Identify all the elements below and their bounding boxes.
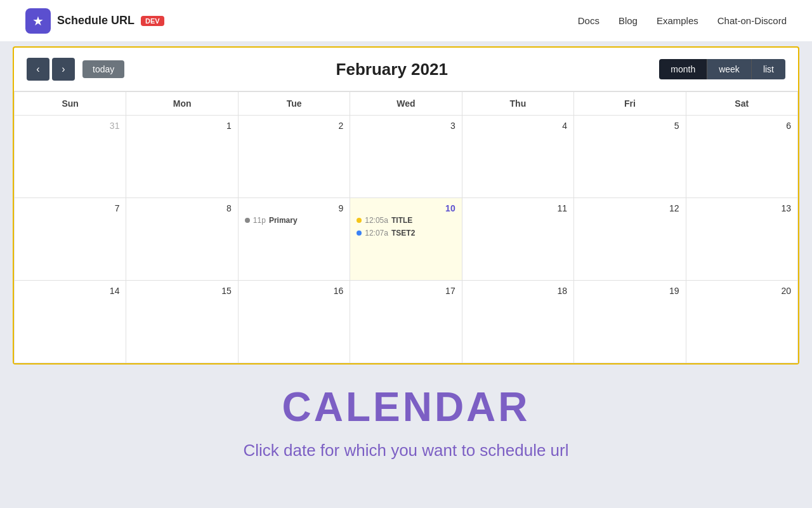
week-view-button[interactable]: week bbox=[707, 59, 752, 79]
calendar-day[interactable]: 12 bbox=[574, 198, 686, 281]
day-number: 13 bbox=[690, 202, 794, 215]
day-number: 6 bbox=[690, 119, 794, 132]
today-button[interactable]: today bbox=[82, 60, 124, 78]
day-number: 15 bbox=[130, 284, 233, 297]
calendar-day[interactable]: 7 bbox=[15, 198, 126, 281]
calendar-event[interactable]: 11pPrimary bbox=[242, 215, 346, 226]
day-number: 20 bbox=[690, 284, 794, 297]
event-title: Primary bbox=[269, 216, 298, 225]
top-nav: ★ Schedule URL DEV Docs Blog Examples Ch… bbox=[0, 0, 812, 41]
bottom-section: CALENDAR Click date for which you want t… bbox=[0, 364, 812, 473]
calendar-day[interactable]: 1012:05aTITLE12:07aTSET2 bbox=[350, 198, 462, 281]
event-dot bbox=[357, 218, 362, 223]
col-mon: Mon bbox=[126, 92, 238, 116]
calendar-day[interactable]: 17 bbox=[350, 281, 462, 363]
day-number: 14 bbox=[18, 284, 122, 297]
day-number: 3 bbox=[354, 119, 457, 132]
day-number: 10 bbox=[354, 202, 457, 215]
nav-discord[interactable]: Chat-on-Discord bbox=[717, 15, 787, 26]
calendar-day[interactable]: 31 bbox=[15, 116, 126, 198]
calendar-grid: Sun Mon Tue Wed Thu Fri Sat 311234567891… bbox=[14, 91, 798, 363]
calendar-container: ‹ › today February 2021 month week list … bbox=[13, 46, 799, 364]
event-dot bbox=[245, 218, 250, 223]
sub-text: Click date for which you want to schedul… bbox=[13, 441, 799, 460]
col-thu: Thu bbox=[462, 92, 573, 116]
calendar-day[interactable]: 14 bbox=[15, 281, 126, 363]
brand: ★ Schedule URL DEV bbox=[25, 8, 164, 34]
day-number: 12 bbox=[578, 202, 681, 215]
calendar-day[interactable]: 18 bbox=[462, 281, 573, 363]
day-number: 7 bbox=[18, 202, 122, 215]
calendar-day[interactable]: 3 bbox=[350, 116, 462, 198]
col-wed: Wed bbox=[350, 92, 462, 116]
day-number: 2 bbox=[242, 119, 346, 132]
event-time: 12:07a bbox=[365, 229, 388, 237]
calendar-day[interactable]: 16 bbox=[238, 281, 350, 363]
calendar-day[interactable]: 2 bbox=[238, 116, 350, 198]
event-title: TSET2 bbox=[391, 229, 415, 237]
day-number: 11 bbox=[466, 202, 570, 215]
calendar-day[interactable]: 19 bbox=[574, 281, 686, 363]
calendar-day[interactable]: 1 bbox=[126, 116, 238, 198]
calendar-day[interactable]: 911pPrimary bbox=[238, 198, 350, 281]
calendar-day[interactable]: 6 bbox=[686, 116, 797, 198]
brand-icon: ★ bbox=[25, 8, 51, 34]
list-view-button[interactable]: list bbox=[752, 59, 785, 79]
col-sat: Sat bbox=[686, 92, 797, 116]
col-tue: Tue bbox=[238, 92, 350, 116]
calendar-event[interactable]: 12:05aTITLE bbox=[354, 215, 457, 226]
month-view-button[interactable]: month bbox=[659, 59, 707, 79]
day-number: 5 bbox=[578, 119, 681, 132]
calendar-nav: ‹ › bbox=[27, 58, 75, 81]
event-time: 12:05a bbox=[365, 216, 388, 225]
day-number: 17 bbox=[354, 284, 457, 297]
next-button[interactable]: › bbox=[52, 58, 75, 81]
event-title: TITLE bbox=[391, 216, 412, 225]
calendar-day[interactable]: 13 bbox=[686, 198, 797, 281]
brand-name: Schedule URL bbox=[57, 14, 134, 27]
big-title: CALENDAR bbox=[13, 384, 799, 431]
nav-blog[interactable]: Blog bbox=[619, 15, 638, 26]
nav-examples[interactable]: Examples bbox=[657, 15, 698, 26]
calendar-day[interactable]: 15 bbox=[126, 281, 238, 363]
prev-button[interactable]: ‹ bbox=[27, 58, 49, 81]
calendar-day[interactable]: 5 bbox=[574, 116, 686, 198]
calendar-event[interactable]: 12:07aTSET2 bbox=[354, 227, 457, 239]
nav-docs[interactable]: Docs bbox=[578, 15, 599, 26]
day-number: 31 bbox=[18, 119, 122, 132]
calendar-day[interactable]: 20 bbox=[686, 281, 797, 363]
view-buttons: month week list bbox=[659, 59, 785, 79]
day-number: 8 bbox=[130, 202, 233, 215]
calendar-day[interactable]: 8 bbox=[126, 198, 238, 281]
calendar-day[interactable]: 11 bbox=[462, 198, 573, 281]
calendar-header: ‹ › today February 2021 month week list bbox=[14, 48, 798, 91]
day-number: 19 bbox=[578, 284, 681, 297]
day-number: 4 bbox=[466, 119, 570, 132]
col-fri: Fri bbox=[574, 92, 686, 116]
day-number: 1 bbox=[130, 119, 233, 132]
day-number: 16 bbox=[242, 284, 346, 297]
event-dot bbox=[357, 231, 362, 236]
calendar-day[interactable]: 4 bbox=[462, 116, 573, 198]
day-number: 9 bbox=[242, 202, 346, 215]
calendar-title: February 2021 bbox=[336, 60, 448, 79]
nav-links: Docs Blog Examples Chat-on-Discord bbox=[578, 15, 787, 26]
day-number: 18 bbox=[466, 284, 570, 297]
col-sun: Sun bbox=[15, 92, 126, 116]
dev-badge: DEV bbox=[141, 16, 164, 26]
event-time: 11p bbox=[253, 216, 266, 225]
